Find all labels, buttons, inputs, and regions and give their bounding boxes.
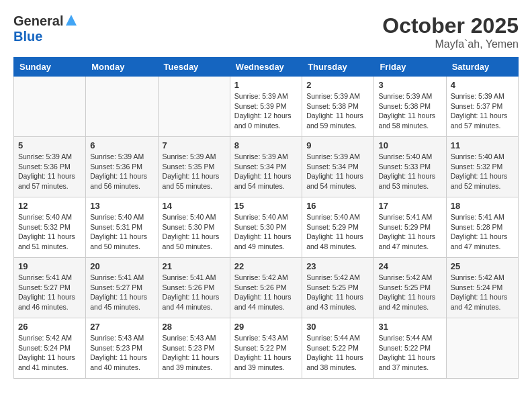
calendar-header-row: SundayMondayTuesdayWednesdayThursdayFrid… (14, 58, 519, 77)
day-info: Sunrise: 5:43 AM Sunset: 5:23 PM Dayligh… (163, 333, 226, 373)
calendar-week-row: 12Sunrise: 5:40 AM Sunset: 5:32 PM Dayli… (14, 197, 519, 258)
day-info: Sunrise: 5:41 AM Sunset: 5:29 PM Dayligh… (378, 212, 441, 252)
location-subtitle: Mayfa`ah, Yemen (382, 38, 519, 50)
calendar-cell: 7Sunrise: 5:39 AM Sunset: 5:35 PM Daylig… (158, 137, 230, 197)
calendar-cell: 25Sunrise: 5:42 AM Sunset: 5:24 PM Dayli… (446, 258, 518, 318)
calendar-cell: 28Sunrise: 5:43 AM Sunset: 5:23 PM Dayli… (158, 318, 230, 379)
calendar-cell: 13Sunrise: 5:40 AM Sunset: 5:31 PM Dayli… (86, 197, 158, 258)
svg-marker-0 (66, 15, 77, 26)
day-number: 13 (90, 201, 153, 211)
day-info: Sunrise: 5:39 AM Sunset: 5:36 PM Dayligh… (90, 152, 153, 191)
month-title: October 2025 (382, 13, 519, 38)
calendar-cell: 18Sunrise: 5:41 AM Sunset: 5:28 PM Dayli… (446, 197, 518, 258)
calendar-cell: 17Sunrise: 5:41 AM Sunset: 5:29 PM Dayli… (374, 197, 446, 258)
day-number: 12 (18, 201, 81, 211)
day-number: 29 (234, 322, 298, 332)
calendar-cell: 10Sunrise: 5:40 AM Sunset: 5:33 PM Dayli… (374, 137, 446, 197)
day-number: 1 (234, 80, 298, 90)
day-number: 21 (163, 261, 226, 271)
calendar-cell: 22Sunrise: 5:42 AM Sunset: 5:26 PM Dayli… (230, 258, 302, 318)
calendar-cell: 14Sunrise: 5:40 AM Sunset: 5:30 PM Dayli… (158, 197, 230, 258)
logo-blue-text: Blue (13, 29, 42, 44)
page-header: General Blue October 2025 Mayfa`ah, Yeme… (13, 13, 519, 50)
day-info: Sunrise: 5:42 AM Sunset: 5:26 PM Dayligh… (234, 273, 298, 312)
day-number: 18 (451, 201, 514, 211)
day-header-wednesday: Wednesday (230, 58, 302, 77)
day-info: Sunrise: 5:42 AM Sunset: 5:25 PM Dayligh… (378, 273, 441, 312)
day-number: 6 (90, 140, 153, 150)
day-info: Sunrise: 5:40 AM Sunset: 5:32 PM Dayligh… (18, 212, 81, 252)
day-info: Sunrise: 5:41 AM Sunset: 5:27 PM Dayligh… (18, 273, 81, 312)
day-info: Sunrise: 5:39 AM Sunset: 5:38 PM Dayligh… (378, 91, 441, 131)
day-number: 5 (18, 140, 81, 150)
calendar-cell: 19Sunrise: 5:41 AM Sunset: 5:27 PM Dayli… (14, 258, 86, 318)
calendar-cell: 4Sunrise: 5:39 AM Sunset: 5:37 PM Daylig… (446, 77, 518, 137)
logo-arrow-icon (65, 14, 77, 29)
day-info: Sunrise: 5:40 AM Sunset: 5:33 PM Dayligh… (378, 152, 441, 191)
day-number: 7 (163, 140, 226, 150)
calendar-cell: 12Sunrise: 5:40 AM Sunset: 5:32 PM Dayli… (14, 197, 86, 258)
day-number: 8 (234, 140, 298, 150)
calendar-cell (158, 77, 230, 137)
calendar-week-row: 26Sunrise: 5:42 AM Sunset: 5:24 PM Dayli… (14, 318, 519, 379)
day-number: 25 (451, 261, 514, 271)
day-number: 4 (451, 80, 514, 90)
calendar-cell: 15Sunrise: 5:40 AM Sunset: 5:30 PM Dayli… (230, 197, 302, 258)
day-number: 22 (234, 261, 298, 271)
day-number: 10 (378, 140, 441, 150)
calendar-cell (14, 77, 86, 137)
day-header-tuesday: Tuesday (158, 58, 230, 77)
calendar-cell: 29Sunrise: 5:43 AM Sunset: 5:22 PM Dayli… (230, 318, 302, 379)
day-info: Sunrise: 5:44 AM Sunset: 5:22 PM Dayligh… (306, 333, 369, 373)
logo-general-text: General (13, 13, 63, 29)
day-number: 2 (306, 80, 369, 90)
calendar-cell: 6Sunrise: 5:39 AM Sunset: 5:36 PM Daylig… (86, 137, 158, 197)
day-info: Sunrise: 5:42 AM Sunset: 5:24 PM Dayligh… (451, 273, 514, 312)
calendar-cell: 9Sunrise: 5:39 AM Sunset: 5:34 PM Daylig… (302, 137, 374, 197)
day-number: 20 (90, 261, 153, 271)
day-info: Sunrise: 5:39 AM Sunset: 5:34 PM Dayligh… (306, 152, 369, 191)
day-info: Sunrise: 5:44 AM Sunset: 5:22 PM Dayligh… (378, 333, 441, 373)
day-info: Sunrise: 5:40 AM Sunset: 5:31 PM Dayligh… (90, 212, 153, 252)
day-info: Sunrise: 5:40 AM Sunset: 5:30 PM Dayligh… (163, 212, 226, 252)
calendar-table: SundayMondayTuesdayWednesdayThursdayFrid… (13, 57, 519, 379)
calendar-cell: 2Sunrise: 5:39 AM Sunset: 5:38 PM Daylig… (302, 77, 374, 137)
calendar-cell: 1Sunrise: 5:39 AM Sunset: 5:39 PM Daylig… (230, 77, 302, 137)
day-info: Sunrise: 5:41 AM Sunset: 5:27 PM Dayligh… (90, 273, 153, 312)
calendar-cell: 26Sunrise: 5:42 AM Sunset: 5:24 PM Dayli… (14, 318, 86, 379)
calendar-cell: 31Sunrise: 5:44 AM Sunset: 5:22 PM Dayli… (374, 318, 446, 379)
day-header-sunday: Sunday (14, 58, 86, 77)
day-header-monday: Monday (86, 58, 158, 77)
calendar-week-row: 1Sunrise: 5:39 AM Sunset: 5:39 PM Daylig… (14, 77, 519, 137)
calendar-cell: 23Sunrise: 5:42 AM Sunset: 5:25 PM Dayli… (302, 258, 374, 318)
day-number: 15 (234, 201, 298, 211)
day-number: 17 (378, 201, 441, 211)
calendar-cell: 27Sunrise: 5:43 AM Sunset: 5:23 PM Dayli… (86, 318, 158, 379)
day-number: 28 (163, 322, 226, 332)
day-info: Sunrise: 5:40 AM Sunset: 5:32 PM Dayligh… (451, 152, 514, 191)
day-number: 14 (163, 201, 226, 211)
day-number: 19 (18, 261, 81, 271)
day-number: 31 (378, 322, 441, 332)
day-info: Sunrise: 5:39 AM Sunset: 5:38 PM Dayligh… (306, 91, 369, 131)
day-info: Sunrise: 5:41 AM Sunset: 5:28 PM Dayligh… (451, 212, 514, 252)
calendar-cell: 24Sunrise: 5:42 AM Sunset: 5:25 PM Dayli… (374, 258, 446, 318)
title-block: October 2025 Mayfa`ah, Yemen (382, 13, 519, 50)
day-info: Sunrise: 5:39 AM Sunset: 5:39 PM Dayligh… (234, 91, 298, 131)
calendar-cell: 11Sunrise: 5:40 AM Sunset: 5:32 PM Dayli… (446, 137, 518, 197)
day-number: 23 (306, 261, 369, 271)
calendar-cell (446, 318, 518, 379)
day-info: Sunrise: 5:39 AM Sunset: 5:37 PM Dayligh… (451, 91, 514, 131)
day-info: Sunrise: 5:40 AM Sunset: 5:29 PM Dayligh… (306, 212, 369, 252)
day-info: Sunrise: 5:43 AM Sunset: 5:22 PM Dayligh… (234, 333, 298, 373)
day-info: Sunrise: 5:42 AM Sunset: 5:24 PM Dayligh… (18, 333, 81, 373)
calendar-cell: 8Sunrise: 5:39 AM Sunset: 5:34 PM Daylig… (230, 137, 302, 197)
day-header-friday: Friday (374, 58, 446, 77)
day-info: Sunrise: 5:40 AM Sunset: 5:30 PM Dayligh… (234, 212, 298, 252)
day-number: 24 (378, 261, 441, 271)
day-info: Sunrise: 5:43 AM Sunset: 5:23 PM Dayligh… (90, 333, 153, 373)
logo: General Blue (13, 13, 77, 44)
day-info: Sunrise: 5:42 AM Sunset: 5:25 PM Dayligh… (306, 273, 369, 312)
day-header-saturday: Saturday (446, 58, 518, 77)
calendar-cell (86, 77, 158, 137)
